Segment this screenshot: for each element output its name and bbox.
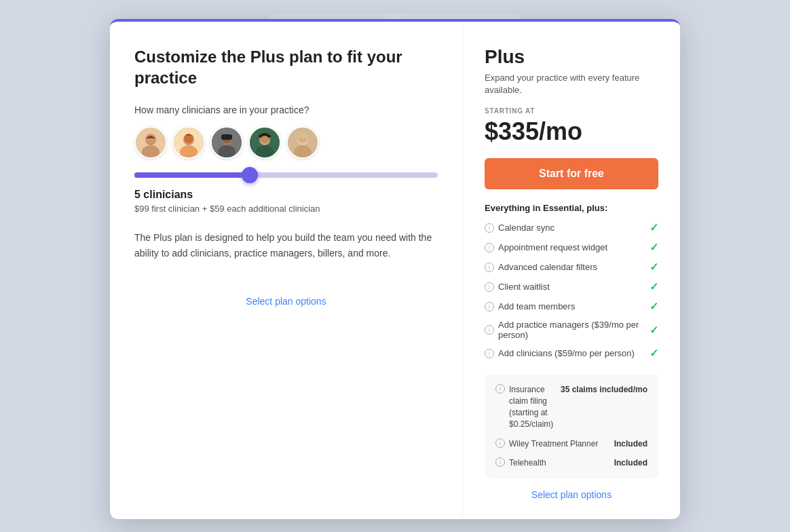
- info-icon: i: [485, 243, 494, 252]
- feature-row: i Add team members ✓: [485, 300, 658, 313]
- info-icon: i: [495, 438, 505, 448]
- svg-point-21: [297, 133, 308, 138]
- start-free-button[interactable]: Start for free: [485, 158, 658, 189]
- plan-price: $335/mo: [485, 117, 658, 146]
- check-icon: ✓: [650, 324, 658, 337]
- feature-label: Calendar sync: [498, 223, 554, 233]
- check-icon: ✓: [650, 221, 658, 234]
- slider-track: [134, 172, 438, 178]
- feature-row: i Advanced calendar filters ✓: [485, 261, 658, 273]
- modal-left-panel: Customize the Plus plan to fit your prac…: [110, 22, 463, 519]
- select-plan-link-left[interactable]: Select plan options: [134, 296, 438, 307]
- avatar-1: [134, 126, 167, 159]
- avatar-4: [248, 126, 281, 159]
- feature-label: Add team members: [498, 301, 575, 311]
- info-icon: i: [485, 325, 494, 335]
- slider-fill: [134, 172, 250, 178]
- clinicians-slider-container[interactable]: [134, 172, 438, 178]
- clinicians-question: How many clinicians are in your practice…: [134, 104, 438, 115]
- feature-row: i Add clinicians ($59/mo per person) ✓: [485, 347, 658, 360]
- modal-right-panel: Plus Expand your practice with every fea…: [463, 22, 680, 519]
- info-icon: i: [495, 457, 505, 467]
- feature-row: i Calendar sync ✓: [485, 221, 658, 234]
- clinicians-count: 5 clinicians: [134, 189, 438, 201]
- feature-label: Advanced calendar filters: [498, 262, 597, 272]
- plus-description: The Plus plan is designed to help you bu…: [134, 230, 438, 261]
- avatar-3: [210, 126, 243, 159]
- info-icon: i: [485, 349, 494, 358]
- feature-label: Client waitlist: [498, 282, 550, 292]
- check-icon: ✓: [650, 300, 658, 313]
- feature-row: i Add practice managers ($39/mo per pers…: [485, 320, 658, 340]
- addon-insurance-label: Insurance claim filing (starting at $0.2…: [509, 384, 561, 430]
- addons-box: i Insurance claim filing (starting at $0…: [485, 375, 658, 478]
- addon-telehealth-value: Included: [614, 457, 647, 469]
- check-icon: ✓: [650, 280, 658, 293]
- addon-row-telehealth: i Telehealth Included: [495, 457, 647, 469]
- customize-modal: Customize the Plus plan to fit your prac…: [110, 19, 680, 519]
- clinicians-price-detail: $99 first clinician + $59 each additiona…: [134, 204, 438, 214]
- addon-insurance-value: 35 claims included/mo: [561, 384, 647, 396]
- addon-telehealth-label: Telehealth: [509, 457, 546, 469]
- plan-name: Plus: [485, 46, 658, 68]
- addon-wiley-value: Included: [614, 438, 647, 450]
- right-footer: Select plan options: [485, 478, 658, 500]
- select-plan-link-right[interactable]: Select plan options: [485, 489, 658, 500]
- info-icon: i: [485, 223, 494, 233]
- check-icon: ✓: [650, 241, 658, 254]
- addon-wiley-label: Wiley Treatment Planner: [509, 438, 598, 450]
- avatar-5: [286, 126, 319, 159]
- check-icon: ✓: [650, 347, 658, 360]
- feature-row: i Appointment request widget ✓: [485, 241, 658, 254]
- svg-rect-12: [221, 134, 232, 140]
- info-icon: i: [485, 282, 494, 292]
- feature-label: Add clinicians ($59/mo per person): [498, 348, 635, 358]
- info-icon: i: [485, 302, 494, 311]
- plan-tagline: Expand your practice with every feature …: [485, 72, 658, 96]
- addon-row-insurance: i Insurance claim filing (starting at $0…: [495, 384, 647, 430]
- addon-row-wiley: i Wiley Treatment Planner Included: [495, 438, 647, 450]
- features-section-title: Everything in Essential, plus:: [485, 203, 658, 213]
- starting-at-label: STARTING AT: [485, 107, 658, 115]
- feature-label: Add practice managers ($39/mo per person…: [498, 320, 650, 340]
- feature-row: i Client waitlist ✓: [485, 280, 658, 293]
- avatar-2: [172, 126, 205, 159]
- info-icon: i: [485, 263, 494, 272]
- slider-thumb[interactable]: [242, 167, 258, 183]
- info-icon: i: [495, 384, 505, 394]
- modal-title: Customize the Plus plan to fit your prac…: [134, 46, 438, 88]
- clinicians-avatars: [134, 126, 438, 159]
- check-icon: ✓: [650, 261, 658, 273]
- feature-label: Appointment request widget: [498, 242, 607, 252]
